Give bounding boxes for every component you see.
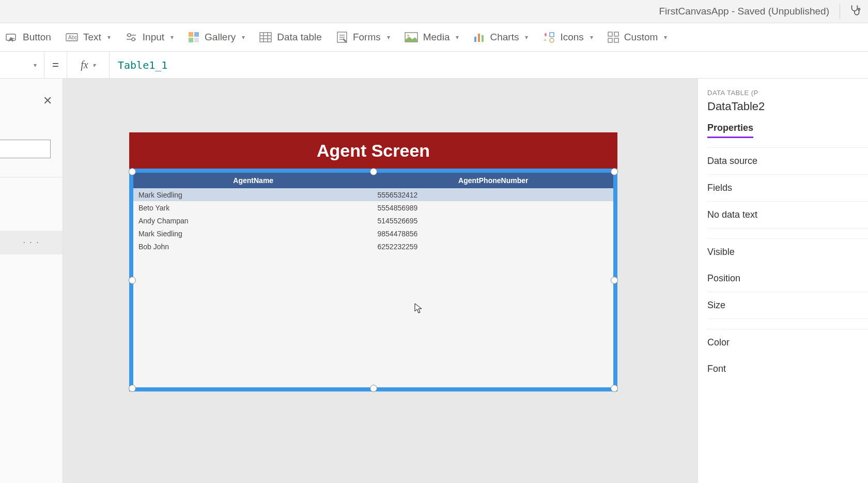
formula-input[interactable]: Table1_1 <box>110 59 868 71</box>
svg-rect-8 <box>189 32 193 37</box>
prop-position[interactable]: Position <box>707 265 868 292</box>
icons-insert[interactable]: + Icons ▾ <box>542 32 593 43</box>
chevron-down-icon: ▾ <box>171 34 174 41</box>
title-divider <box>840 4 840 19</box>
app-title: FirstCanvasApp - Saved (Unpublished) <box>659 6 830 17</box>
resize-handle-mr[interactable] <box>611 277 618 284</box>
svg-rect-10 <box>189 38 193 42</box>
text-label: Text <box>83 32 101 43</box>
resize-handle-tl[interactable] <box>129 168 136 175</box>
property-selector[interactable]: ▾ <box>0 52 44 78</box>
table-row[interactable]: Bob John 6252232259 <box>133 240 613 253</box>
table-body: Mark Siedling 5556532412 Beto Yark 55548… <box>133 188 613 253</box>
forms-label: Forms <box>353 32 381 43</box>
button-icon <box>5 32 18 43</box>
resize-handle-br[interactable] <box>611 385 618 392</box>
svg-text:+: + <box>544 37 547 43</box>
svg-rect-11 <box>194 38 199 42</box>
text-insert[interactable]: Abc Text ▾ <box>66 32 111 43</box>
main-area: ✕ · · · Agent Screen AgentName AgentPhon… <box>0 79 868 483</box>
datatable-label: Data table <box>277 32 322 43</box>
input-icon <box>125 32 137 42</box>
icons-icon: + <box>542 32 555 43</box>
chevron-down-icon: ▾ <box>107 34 111 41</box>
media-insert[interactable]: Media ▾ <box>405 32 459 43</box>
custom-label: Custom <box>624 32 658 43</box>
control-name[interactable]: DataTable2 <box>707 100 868 113</box>
button-label: Button <box>23 32 51 43</box>
table-row[interactable]: Andy Champan 5145526695 <box>133 214 613 227</box>
cell-phone: 5145526695 <box>375 217 614 225</box>
cell-phone: 5554856989 <box>375 204 614 212</box>
diagnostics-icon[interactable] <box>848 4 862 19</box>
panel-divider <box>707 228 868 238</box>
svg-rect-30 <box>614 32 618 36</box>
resize-handle-tr[interactable] <box>611 168 618 175</box>
chevron-down-icon: ▾ <box>590 34 593 41</box>
svg-point-7 <box>132 38 135 41</box>
charts-label: Charts <box>490 32 519 43</box>
datatable-control[interactable]: AgentName AgentPhoneNumber Mark Siedling… <box>129 169 617 391</box>
resize-handle-ml[interactable] <box>129 277 136 284</box>
resize-handle-bc[interactable] <box>370 385 377 392</box>
prop-font[interactable]: Font <box>707 356 868 382</box>
svg-rect-12 <box>260 33 271 42</box>
custom-insert[interactable]: Custom ▾ <box>608 32 667 43</box>
svg-rect-31 <box>608 38 612 42</box>
chevron-down-icon: ▾ <box>525 34 528 41</box>
close-icon[interactable]: ✕ <box>43 94 52 108</box>
resize-handle-tc[interactable] <box>370 168 377 175</box>
table-row[interactable]: Mark Siedling 5556532412 <box>133 188 613 201</box>
panel-divider <box>707 319 868 329</box>
datatable-icon <box>259 32 272 42</box>
fx-button[interactable]: fx▾ <box>67 52 110 78</box>
search-input[interactable] <box>0 140 51 158</box>
chevron-down-icon: ▾ <box>92 62 96 69</box>
gallery-label: Gallery <box>205 32 236 43</box>
col-header-name[interactable]: AgentName <box>133 176 374 185</box>
prop-data-source[interactable]: Data source <box>707 147 868 174</box>
fx-label: fx <box>81 59 88 71</box>
tree-view-panel: ✕ · · · <box>0 79 63 483</box>
svg-rect-32 <box>614 38 618 42</box>
button-insert[interactable]: Button <box>5 32 51 43</box>
prop-visible[interactable]: Visible <box>707 238 868 265</box>
table-row[interactable]: Beto Yark 5554856989 <box>133 201 613 214</box>
gallery-insert[interactable]: Gallery ▾ <box>188 32 245 43</box>
icons-label: Icons <box>560 32 583 43</box>
chevron-down-icon: ▾ <box>664 34 667 41</box>
prop-no-data-text[interactable]: No data text <box>707 201 868 228</box>
title-bar: FirstCanvasApp - Saved (Unpublished) <box>0 0 868 23</box>
charts-insert[interactable]: Charts ▾ <box>473 32 528 43</box>
svg-rect-25 <box>482 35 484 42</box>
resize-handle-bl[interactable] <box>129 385 136 392</box>
custom-icon <box>608 32 619 43</box>
input-insert[interactable]: Input ▾ <box>125 32 174 43</box>
cell-name: Bob John <box>133 243 375 251</box>
prop-fields[interactable]: Fields <box>707 174 868 201</box>
cell-phone: 6252232259 <box>375 243 614 251</box>
forms-icon <box>336 31 348 43</box>
prop-color[interactable]: Color <box>707 329 868 356</box>
table-row[interactable]: Mark Siedling 9854478856 <box>133 227 613 240</box>
tab-properties[interactable]: Properties <box>707 123 753 138</box>
svg-rect-26 <box>550 33 554 37</box>
forms-insert[interactable]: Forms ▾ <box>336 31 390 43</box>
svg-point-0 <box>858 8 860 10</box>
svg-point-22 <box>407 35 409 37</box>
prop-size[interactable]: Size <box>707 292 868 319</box>
cell-phone: 5556532412 <box>375 191 614 199</box>
tree-item-selected[interactable]: · · · <box>0 231 63 254</box>
datatable-insert[interactable]: Data table <box>259 32 322 43</box>
svg-text:Abc: Abc <box>68 35 77 40</box>
chevron-down-icon: ▾ <box>387 34 390 41</box>
chevron-down-icon: ▾ <box>242 34 245 41</box>
canvas[interactable]: Agent Screen AgentName AgentPhoneNumber … <box>63 79 698 483</box>
insert-ribbon: Button Abc Text ▾ Input ▾ Gallery ▾ Data… <box>0 23 868 52</box>
svg-rect-29 <box>608 32 612 36</box>
screen-title: Agent Screen <box>129 132 617 169</box>
chevron-down-icon: ▾ <box>34 62 37 69</box>
col-header-phone[interactable]: AgentPhoneNumber <box>374 176 614 185</box>
ellipsis-icon[interactable]: · · · <box>23 238 39 247</box>
cell-name: Andy Champan <box>133 217 375 225</box>
